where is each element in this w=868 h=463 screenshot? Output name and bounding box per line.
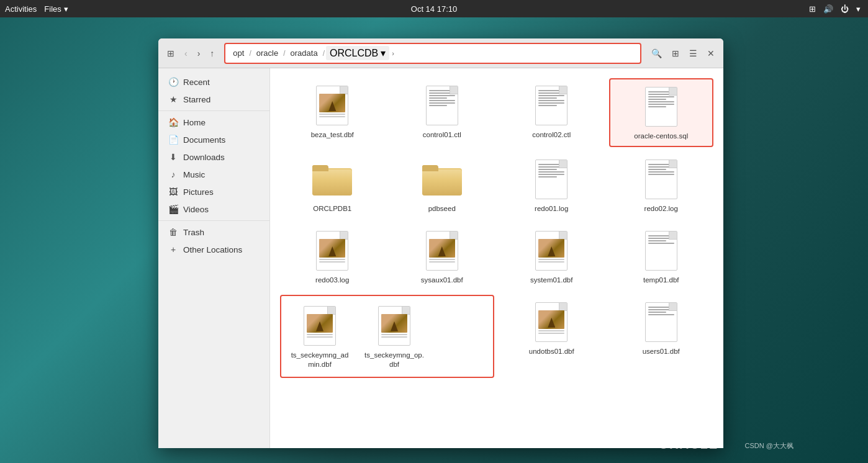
- file-item-oracle-centos-sql[interactable]: oracle-centos.sql: [609, 78, 714, 147]
- file-item-system01-dbf[interactable]: system01.dbf: [499, 223, 604, 290]
- doc-img-icon: [316, 86, 348, 125]
- file-item-sysaux01-dbf[interactable]: sysaux01.dbf: [390, 223, 495, 290]
- doc-line-4: [648, 243, 674, 244]
- up-button[interactable]: ↑: [206, 46, 218, 61]
- file-item-control01-ctl[interactable]: control01.ctl: [390, 78, 495, 147]
- doc-line-2: [429, 92, 455, 94]
- file-icon-ts-admin: [297, 303, 342, 348]
- file-manager-window: ⊞ ‹ › ↑ opt / oracle / oradata / ORCLCDB…: [158, 38, 723, 448]
- sidebar-documents-label: Documents: [183, 135, 225, 145]
- pictures-icon: 🖼: [168, 187, 178, 197]
- music-icon: ♪: [168, 169, 178, 179]
- file-grid: beza_test.dbf control01.ctl: [270, 68, 723, 448]
- breadcrumb-next-button[interactable]: ›: [391, 48, 396, 58]
- topbar-right: ⊞ 🔊 ⏻ ▾: [809, 4, 868, 14]
- doc-line-2: [648, 309, 674, 310]
- doc-line-7: [429, 105, 447, 106]
- list-view-button[interactable]: ⊞: [668, 46, 683, 61]
- file-item-temp01-dbf[interactable]: temp01.dbf: [609, 223, 714, 290]
- sidebar-item-videos[interactable]: 🎬 Videos: [158, 200, 269, 218]
- file-label-sysaux01-dbf: sysaux01.dbf: [421, 276, 463, 285]
- sidebar-item-music[interactable]: ♪ Music: [158, 166, 269, 183]
- up-icon: ↑: [210, 48, 214, 58]
- sidebar-item-starred[interactable]: ★ Starred: [158, 91, 269, 108]
- img-preview-system01: [538, 239, 564, 258]
- menu-button[interactable]: ☰: [685, 46, 701, 61]
- doc-line-1: [648, 235, 674, 236]
- ts-selection-group: ts_seckeymng_admin.dbf ts_seckeymng_op.d…: [280, 295, 494, 378]
- breadcrumb-opt[interactable]: opt: [229, 47, 248, 59]
- breadcrumb-orclcdb[interactable]: ORCLCDB ▾: [326, 46, 389, 60]
- file-item-redo01-log[interactable]: redo01.log: [499, 152, 604, 218]
- doc-line-2: [648, 94, 674, 95]
- sidebar-pictures-label: Pictures: [183, 187, 214, 197]
- sidebar-starred-label: Starred: [183, 95, 210, 104]
- file-item-ts-seckeymng-op-dbf[interactable]: ts_seckeymng_op.dbf: [358, 299, 430, 374]
- doc-img-system01: [535, 231, 567, 271]
- file-icon-redo02: [639, 157, 684, 202]
- doc-line-3: [648, 96, 674, 97]
- file-item-redo03-log[interactable]: redo03.log: [280, 223, 385, 290]
- sidebar-recent-label: Recent: [183, 78, 210, 87]
- doc-text-icon: [426, 86, 458, 125]
- file-icon-oracle-centos: [639, 84, 684, 129]
- doc-line-1: [648, 307, 674, 308]
- file-label-temp01-dbf: temp01.dbf: [643, 276, 679, 285]
- doc-line-5: [648, 174, 674, 175]
- doc-line: [538, 330, 564, 331]
- file-item-pdbseed[interactable]: pdbseed: [390, 152, 495, 218]
- doc-line-1: [538, 164, 564, 165]
- doc-line-2: [381, 336, 407, 338]
- file-label-redo01-log: redo01.log: [535, 204, 568, 214]
- sidebar-item-other-locations[interactable]: + Other Locations: [158, 241, 269, 258]
- file-label-oracle-centos-sql: oracle-centos.sql: [634, 132, 688, 141]
- img-preview-redo03: [319, 239, 345, 258]
- close-button[interactable]: ✕: [703, 46, 718, 61]
- file-label-ts-seckeymng-admin-dbf: ts_seckeymng_admin.dbf: [289, 351, 351, 369]
- doc-line: [319, 114, 345, 115]
- files-menu-button[interactable]: Files ▾: [44, 4, 68, 14]
- back-button[interactable]: ‹: [181, 46, 191, 61]
- file-item-beza-test-dbf[interactable]: beza_test.dbf: [280, 78, 385, 147]
- doc-line-2: [538, 166, 564, 168]
- file-label-control01-ctl: control01.ctl: [423, 130, 461, 140]
- file-item-undotbs01-dbf[interactable]: undotbs01.dbf: [499, 295, 604, 378]
- doc-redo02-icon: [645, 160, 677, 199]
- breadcrumb-sep-1: /: [249, 49, 251, 58]
- file-item-users01-dbf[interactable]: users01.dbf: [609, 295, 714, 378]
- other-locations-icon: +: [168, 245, 178, 254]
- doc-line-3: [538, 169, 556, 170]
- activities-button[interactable]: Activities: [5, 4, 37, 14]
- sidebar-item-documents[interactable]: 📄 Documents: [158, 131, 269, 148]
- file-icon-system01: [529, 228, 574, 273]
- file-item-orclpdb1[interactable]: ORCLPDB1: [280, 152, 385, 218]
- sidebar-item-downloads[interactable]: ⬇ Downloads: [158, 148, 269, 166]
- forward-button[interactable]: ›: [194, 46, 204, 61]
- doc-line-7: [538, 105, 556, 106]
- file-label-redo02-log: redo02.log: [644, 204, 678, 214]
- sidebar-item-pictures[interactable]: 🖼 Pictures: [158, 183, 269, 200]
- sidebar-item-recent[interactable]: 🕐 Recent: [158, 73, 269, 91]
- search-button[interactable]: 🔍: [648, 46, 666, 61]
- doc-line-4: [538, 171, 564, 173]
- sidebar-item-home[interactable]: 🏠 Home: [158, 114, 269, 131]
- doc-line: [319, 259, 345, 260]
- file-item-ts-seckeymng-admin-dbf[interactable]: ts_seckeymng_admin.dbf: [284, 299, 356, 374]
- home-view-button[interactable]: ⊞: [163, 46, 178, 61]
- doc-users01-icon: [645, 302, 677, 342]
- doc-line-6: [538, 102, 564, 104]
- sidebar-divider-1: [158, 110, 269, 111]
- file-label-users01-dbf: users01.dbf: [643, 347, 680, 356]
- folder-body: [312, 169, 352, 196]
- file-icon-redo01: [529, 157, 574, 202]
- file-item-control02-ctl[interactable]: control02.ctl: [499, 78, 604, 147]
- breadcrumb-oracle[interactable]: oracle: [253, 47, 282, 59]
- folder-icon-pdbseed: [422, 163, 462, 196]
- file-icon-control02: [529, 83, 574, 128]
- volume-icon: 🔊: [823, 4, 833, 14]
- breadcrumb-oradata[interactable]: oradata: [287, 47, 322, 59]
- doc-line-6: [538, 176, 556, 178]
- file-item-redo02-log[interactable]: redo02.log: [609, 152, 714, 218]
- sidebar-item-trash[interactable]: 🗑 Trash: [158, 223, 269, 241]
- folder-tab-2: [422, 165, 437, 170]
